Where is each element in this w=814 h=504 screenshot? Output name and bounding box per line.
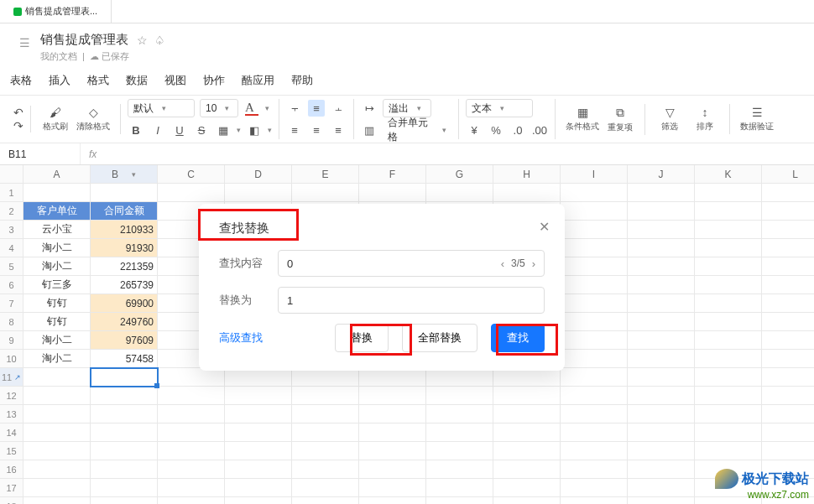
cell[interactable] bbox=[426, 423, 493, 442]
cell[interactable] bbox=[493, 405, 561, 423]
row-header[interactable]: 7 bbox=[0, 294, 23, 313]
cell[interactable]: 57458 bbox=[91, 350, 158, 368]
doc-location[interactable]: 我的文档 bbox=[40, 51, 77, 61]
cell[interactable] bbox=[762, 294, 814, 313]
cell[interactable] bbox=[292, 387, 359, 405]
cell[interactable] bbox=[695, 368, 762, 387]
cell[interactable] bbox=[561, 331, 628, 350]
cell[interactable] bbox=[426, 442, 493, 460]
fx-icon[interactable]: fx bbox=[81, 148, 105, 160]
row-header[interactable]: 16 bbox=[0, 460, 23, 479]
row-header[interactable]: 17 bbox=[0, 479, 23, 497]
number-format-select[interactable]: 文本▾ bbox=[466, 99, 533, 117]
cell[interactable] bbox=[628, 276, 695, 294]
row-header[interactable]: 4 bbox=[0, 239, 23, 257]
cell[interactable] bbox=[359, 497, 426, 504]
row-header[interactable]: 10 bbox=[0, 350, 23, 368]
cell[interactable] bbox=[561, 350, 628, 368]
cell[interactable] bbox=[91, 479, 158, 497]
cell[interactable] bbox=[762, 423, 814, 442]
cell[interactable] bbox=[695, 405, 762, 423]
redo-icon[interactable]: ↷ bbox=[13, 119, 23, 132]
cell[interactable] bbox=[628, 331, 695, 350]
cell[interactable] bbox=[695, 202, 762, 221]
cell[interactable] bbox=[359, 423, 426, 442]
halign-right[interactable]: ≡ bbox=[330, 122, 347, 138]
cell[interactable] bbox=[426, 460, 493, 479]
row-header[interactable]: 5 bbox=[0, 257, 23, 276]
cell[interactable] bbox=[91, 387, 158, 405]
italic-button[interactable]: I bbox=[149, 122, 166, 138]
cell-reference-input[interactable]: B11 bbox=[0, 143, 81, 164]
bell-icon[interactable]: ♤ bbox=[154, 34, 165, 47]
cell[interactable] bbox=[225, 423, 292, 442]
column-header[interactable]: B▾ bbox=[91, 165, 158, 184]
column-header[interactable]: A bbox=[23, 165, 91, 184]
filter-button[interactable]: ▽ 筛选 bbox=[652, 104, 687, 134]
cell[interactable] bbox=[91, 368, 158, 387]
cell[interactable] bbox=[426, 184, 493, 202]
cell[interactable] bbox=[695, 387, 762, 405]
cell[interactable] bbox=[561, 460, 628, 479]
cell[interactable] bbox=[695, 350, 762, 368]
cell[interactable] bbox=[426, 368, 493, 387]
cell[interactable] bbox=[158, 184, 225, 202]
cell[interactable] bbox=[359, 184, 426, 202]
cell[interactable] bbox=[628, 405, 695, 423]
decimal-inc-button[interactable]: .00 bbox=[531, 122, 548, 138]
menu-help[interactable]: 帮助 bbox=[291, 73, 313, 88]
close-icon[interactable]: ✕ bbox=[539, 219, 550, 235]
row-header[interactable]: 8 bbox=[0, 313, 23, 331]
row-header[interactable]: 9 bbox=[0, 331, 23, 350]
cell[interactable] bbox=[762, 313, 814, 331]
row-header[interactable]: 14 bbox=[0, 423, 23, 442]
cell[interactable] bbox=[561, 387, 628, 405]
cell[interactable] bbox=[158, 387, 225, 405]
cell[interactable] bbox=[762, 184, 814, 202]
cell[interactable] bbox=[225, 368, 292, 387]
cell[interactable] bbox=[225, 479, 292, 497]
cell[interactable] bbox=[561, 239, 628, 257]
replace-input[interactable]: 1 bbox=[278, 287, 545, 314]
cell[interactable] bbox=[493, 423, 561, 442]
cell[interactable]: 221359 bbox=[91, 257, 158, 276]
cell[interactable] bbox=[158, 442, 225, 460]
column-header[interactable]: G bbox=[426, 165, 493, 184]
cell[interactable] bbox=[158, 460, 225, 479]
row-header[interactable]: 11↗ bbox=[0, 368, 23, 387]
cell[interactable] bbox=[628, 497, 695, 504]
column-header[interactable]: F bbox=[359, 165, 426, 184]
cell[interactable] bbox=[695, 221, 762, 239]
cell[interactable] bbox=[292, 497, 359, 504]
overflow-select[interactable]: 溢出▾ bbox=[383, 99, 431, 117]
cell[interactable]: 97609 bbox=[91, 331, 158, 350]
cell[interactable] bbox=[23, 368, 91, 387]
cell[interactable] bbox=[628, 479, 695, 497]
cell[interactable] bbox=[695, 423, 762, 442]
cell[interactable] bbox=[493, 497, 561, 504]
currency-button[interactable]: ¥ bbox=[466, 122, 483, 138]
expand-row-icon[interactable]: ↗ bbox=[14, 373, 21, 382]
cell[interactable] bbox=[359, 479, 426, 497]
cell[interactable] bbox=[628, 350, 695, 368]
decimal-dec-button[interactable]: .0 bbox=[509, 122, 526, 138]
duplicate-items-button[interactable]: ⧉ 重复项 bbox=[603, 104, 638, 135]
cell[interactable] bbox=[23, 405, 91, 423]
border-button[interactable]: ▦ bbox=[215, 122, 232, 138]
cell[interactable] bbox=[359, 387, 426, 405]
cell[interactable] bbox=[225, 442, 292, 460]
cell[interactable] bbox=[561, 202, 628, 221]
cell[interactable] bbox=[628, 184, 695, 202]
cell[interactable] bbox=[762, 276, 814, 294]
corner-cell[interactable] bbox=[0, 165, 23, 184]
valign-top[interactable]: ⫟ bbox=[286, 100, 303, 117]
format-painter-button[interactable]: 🖌 格式刷 bbox=[38, 104, 73, 134]
cell[interactable] bbox=[23, 479, 91, 497]
cell[interactable] bbox=[762, 221, 814, 239]
cell[interactable] bbox=[695, 313, 762, 331]
cell[interactable] bbox=[23, 423, 91, 442]
cell[interactable] bbox=[762, 368, 814, 387]
cell[interactable] bbox=[225, 405, 292, 423]
menu-table[interactable]: 表格 bbox=[10, 73, 32, 88]
menu-toggle-icon[interactable]: ☰ bbox=[17, 35, 32, 50]
